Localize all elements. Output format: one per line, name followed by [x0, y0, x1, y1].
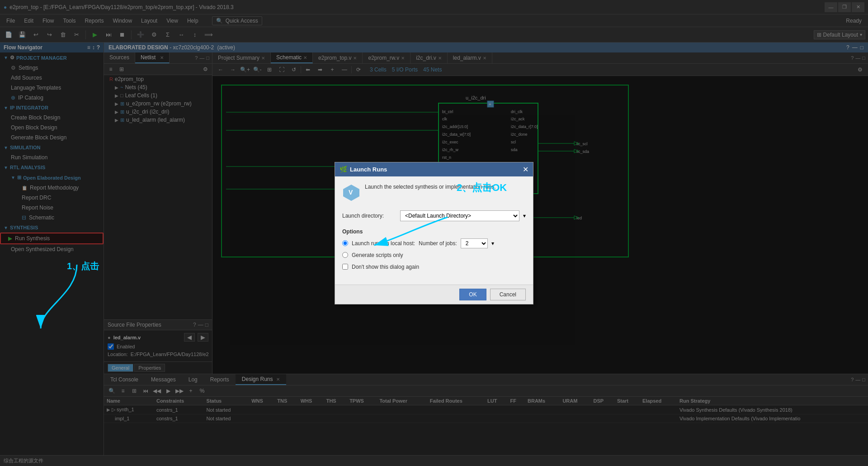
dialog-desc-text: Launch the selected synthesis or impleme… [365, 184, 496, 190]
dialog-buttons: OK Cancel [335, 285, 533, 304]
scripts-only-label: Generate scripts only [352, 252, 403, 258]
launch-dir-row: Launch directory: <Default Launch Direct… [342, 210, 526, 221]
ok-button[interactable]: OK [459, 289, 486, 300]
dialog-body: V Launch the selected synthesis or imple… [335, 176, 533, 285]
dont-show-label: Don't show this dialog again [352, 264, 419, 270]
launch-dir-select[interactable]: <Default Launch Directory> [400, 210, 519, 221]
dont-show-checkbox[interactable] [342, 264, 348, 270]
vivado-brand-icon: V [342, 184, 360, 203]
dialog-title-bar: 🌿 Launch Runs ✕ [335, 162, 533, 176]
jobs-chevron: ▾ [491, 240, 494, 247]
jobs-select[interactable]: 1 2 4 8 [461, 238, 488, 248]
dialog-overlay: 🌿 Launch Runs ✕ V Launch the selected sy… [0, 0, 868, 466]
dialog-vivado-icon: 🌿 [340, 166, 347, 173]
local-host-option: Launch runs on local host: Number of job… [342, 238, 526, 248]
dialog-title: Launch Runs [350, 166, 387, 173]
options-title: Options [342, 228, 526, 235]
jobs-row: Number of jobs: 1 2 4 8 ▾ [419, 238, 494, 248]
chevron-down-icon: ▾ [523, 213, 526, 219]
local-host-radio[interactable] [342, 240, 348, 246]
scripts-only-radio[interactable] [342, 252, 348, 258]
dont-show-row: Don't show this dialog again [342, 264, 526, 270]
launch-runs-dialog: 🌿 Launch Runs ✕ V Launch the selected sy… [335, 162, 533, 304]
jobs-label: Number of jobs: [419, 240, 457, 247]
dialog-description: V Launch the selected synthesis or imple… [342, 184, 526, 203]
dialog-close-button[interactable]: ✕ [523, 165, 528, 174]
cancel-button[interactable]: Cancel [490, 289, 526, 300]
launch-dir-label: Launch directory: [342, 213, 396, 219]
local-host-label: Launch runs on local host: [352, 240, 415, 247]
options-section: Options Launch runs on local host: Numbe… [342, 228, 526, 258]
svg-text:V: V [349, 189, 353, 196]
scripts-only-option: Generate scripts only [342, 252, 526, 258]
